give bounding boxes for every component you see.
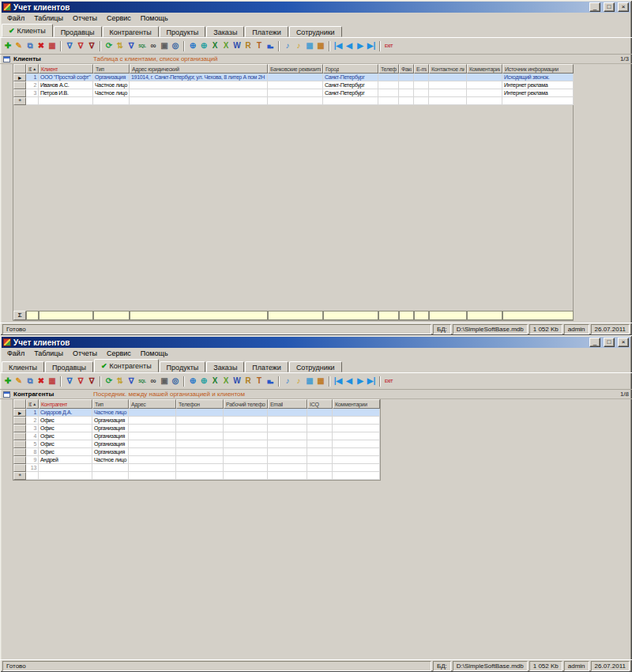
grid-cell[interactable] [268,425,307,432]
grid-cell[interactable] [39,97,93,105]
tab[interactable]: Продукты [160,26,206,37]
menu-item[interactable]: Сервис [102,349,136,357]
grid-cell[interactable] [307,417,333,425]
grid-row[interactable]: ►1ООО "Простой софт"Организация191014, г… [13,74,573,81]
grid-cell[interactable] [130,89,268,97]
grid-cell[interactable] [333,432,380,440]
export-xml-icon[interactable]: ⊕ [198,375,209,387]
tab[interactable]: Клиенты [2,361,44,372]
grid-cell[interactable]: Офис [39,432,92,440]
chart-icon[interactable]: ▆▃ [265,40,276,52]
grid-cell[interactable]: 2 [26,81,39,89]
grid-cell[interactable] [502,97,574,105]
grid-cell[interactable]: Частное лицо [93,89,130,97]
find-icon[interactable]: ∞ [148,375,159,387]
grid-cell[interactable]: Санкт-Петербург [323,89,378,97]
sql-filter-icon[interactable]: SQL [137,40,148,52]
grid-cell[interactable] [224,432,268,440]
grid-cell[interactable] [307,456,333,464]
grid-cell[interactable] [224,448,268,456]
grid-cell[interactable] [399,89,414,97]
grid-cell[interactable]: Офис [39,417,92,425]
grid-row[interactable]: 4ОфисОрганизация [13,432,380,440]
sort-icon[interactable]: ⇅ [115,375,126,387]
grid-cell[interactable]: Исходящий звонок. [502,74,574,81]
grid-cell[interactable]: 13 [26,464,39,472]
grid-cell[interactable] [307,472,333,480]
grid-cell[interactable] [224,472,268,480]
export-excel-icon[interactable]: X [209,40,220,52]
grid-cell[interactable] [414,89,429,97]
sql-filter-icon[interactable]: SQL [137,375,148,387]
export-word-icon[interactable]: W [231,375,243,387]
export-rtf-icon[interactable]: R [243,375,254,387]
grid-cell[interactable] [268,448,307,456]
grid-cell[interactable]: Частное лицо [93,81,130,89]
grid-cell[interactable]: 4 [26,432,39,440]
grid-cell[interactable] [378,74,399,81]
grid-cell[interactable]: 3 [26,425,39,432]
grid-cell[interactable] [130,97,268,105]
grid-cell[interactable] [268,97,323,105]
grid-cell[interactable] [129,417,176,425]
grid-cell[interactable] [399,97,414,105]
grid-cell[interactable]: Офис [39,448,92,456]
grid-cell[interactable]: Организация [93,74,130,81]
grid-cell[interactable] [176,448,224,456]
nav-prev-icon[interactable]: ◀ [344,40,355,52]
filter-add-icon[interactable]: ∇ [64,375,75,387]
grid-cell[interactable] [93,97,130,105]
minimize-button[interactable]: _ [589,2,600,12]
grid-cell[interactable] [268,440,307,448]
menu-item[interactable]: Таблицы [29,349,68,357]
grid-cell[interactable]: 5 [26,440,39,448]
tab[interactable]: ✔ Клиенты [2,24,53,37]
column-header[interactable]: Телефон [176,399,224,409]
tab[interactable]: Платежи [245,361,288,372]
grid-cell[interactable] [268,89,323,97]
titlebar[interactable]: Учет клиентов _ □ × [2,2,630,13]
sum-cell[interactable] [93,311,130,320]
nav-last-icon[interactable]: ▶| [366,375,377,387]
grid-cell[interactable]: 191014, г. Санкт-Петербург, ул. Чехова, … [130,74,268,81]
filter-icon[interactable]: ∇ [126,40,137,52]
grid-row[interactable]: 3ОфисОрганизация [13,425,380,432]
column-header[interactable]: ID▲ [26,64,39,74]
filter-clear-icon[interactable]: ∇ [86,375,97,387]
column-header[interactable]: Телефоны [378,64,399,74]
grid-cell[interactable] [333,409,380,417]
form-view-icon[interactable]: ▦ [304,40,315,52]
menu-item[interactable]: Файл [2,349,29,357]
grid-cell[interactable] [378,89,399,97]
tab[interactable]: Заказы [206,26,244,37]
export-excel-icon[interactable]: X [209,375,220,387]
export-txt-icon[interactable]: T [254,375,265,387]
grid-new-row[interactable]: * [13,97,573,105]
grid-cell[interactable] [333,440,380,448]
grid-cell[interactable] [333,472,380,480]
grid-cell[interactable] [176,464,224,472]
export-word-icon[interactable]: W [231,40,243,52]
tab[interactable]: Заказы [206,361,244,372]
maximize-button[interactable]: □ [604,2,615,12]
grid-cell[interactable] [467,89,502,97]
tab[interactable]: Продукты [160,361,206,372]
grid-cell[interactable] [429,74,467,81]
grid-cell[interactable] [429,81,467,89]
grid-cell[interactable] [323,97,378,105]
close-button[interactable]: × [618,338,629,347]
menu-item[interactable]: Помощь [136,349,173,357]
grid-cell[interactable] [176,456,224,464]
grid-cell[interactable]: Санкт-Петербург [323,74,378,81]
menu-item[interactable]: Таблицы [29,14,68,22]
grid-row[interactable]: 2ОфисОрганизация [13,417,380,425]
tab[interactable]: Платежи [245,26,288,37]
refresh-icon[interactable]: ⟳ [103,40,115,52]
add-record-icon[interactable]: ✚ [2,375,13,387]
grid-cell[interactable] [176,409,224,417]
grid-cell[interactable] [307,432,333,440]
grid-cell[interactable]: 3 [26,89,39,97]
tab[interactable]: Продавцы [54,26,102,37]
grid-row[interactable]: ►1Сидоров Д.А.Частное лицо [13,409,380,417]
tab[interactable]: Контрагенты [103,26,159,37]
